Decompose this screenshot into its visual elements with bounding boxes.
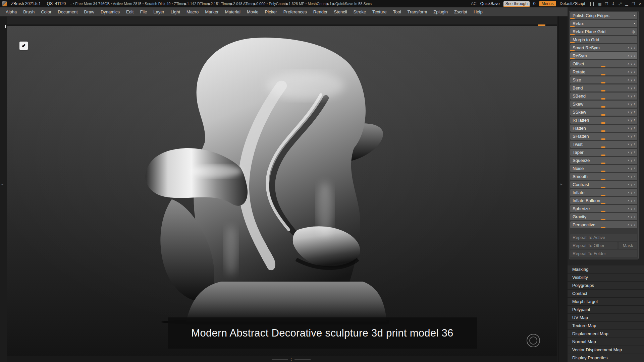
menu-color[interactable]: Color (38, 8, 54, 15)
slider-handle[interactable] (601, 211, 605, 212)
menu-brush[interactable]: Brush (20, 8, 38, 15)
menu-zplugin[interactable]: Zplugin (430, 8, 451, 15)
scroll-updown-icon[interactable]: ⇕ (611, 2, 615, 6)
axis-selector[interactable]: x y z (628, 61, 636, 67)
horizontal-scroll-thumb[interactable] (538, 24, 545, 26)
pause-icon[interactable]: ❙❙ (589, 2, 595, 6)
menu-tool[interactable]: Tool (390, 8, 404, 15)
section-vector-displacement-map[interactable]: Vector Displacement Map (568, 346, 644, 354)
slider-handle[interactable] (601, 171, 605, 172)
section-display-properties[interactable]: Display Properties (568, 354, 644, 362)
menu-draw[interactable]: Draw (81, 8, 97, 15)
slider-handle[interactable] (601, 155, 605, 156)
close-icon[interactable]: ✕ (638, 2, 642, 6)
axis-selector[interactable]: x y z (628, 165, 636, 172)
deform-button-smart-resym[interactable]: Smart ReSym x y z (570, 44, 637, 51)
deform-slider-offset[interactable]: Offset x y z (570, 60, 637, 67)
slider-handle[interactable] (601, 227, 605, 228)
menu-light[interactable]: Light (168, 8, 183, 15)
slider-handle[interactable] (601, 90, 605, 92)
menu-picker[interactable]: Picker (262, 8, 280, 15)
slider-handle[interactable] (601, 187, 605, 188)
menu-zscript[interactable]: Zscript (451, 8, 470, 15)
menu-macro[interactable]: Macro (183, 8, 202, 15)
section-visibility[interactable]: Visibility (568, 274, 644, 282)
slider-handle[interactable] (601, 82, 605, 83)
menu-alpha[interactable]: Alpha (3, 8, 20, 15)
canvas-scroll-widget[interactable]: ▲ ▼ (272, 358, 311, 361)
canvas-area[interactable]: ⬇ Modern Abstract Decorative sculpture 3… (7, 16, 557, 356)
slider-handle[interactable] (601, 98, 605, 100)
menu-layer[interactable]: Layer (150, 8, 167, 15)
layout-grid-icon[interactable]: ▦ (598, 2, 602, 6)
deform-slider-inflate[interactable]: Inflate x y z (570, 189, 637, 196)
menu-material[interactable]: Material (222, 8, 244, 15)
axis-selector[interactable]: x y z (628, 125, 636, 131)
repeat-to-other-button[interactable]: Repeat To Other (570, 242, 618, 249)
scroll-bar-left[interactable] (272, 359, 288, 360)
deform-slider-sflatten[interactable]: SFlatten x y z (570, 133, 637, 140)
menu-stencil[interactable]: Stencil (331, 8, 350, 15)
axis-selector[interactable]: x y z (628, 189, 636, 196)
see-through-slider[interactable]: See-through (503, 1, 530, 6)
deform-slider-bend[interactable]: Bend x y z (570, 84, 637, 92)
axis-selector[interactable]: x y z (628, 157, 636, 164)
section-uv-map[interactable]: UV Map (568, 314, 644, 322)
axis-selector[interactable]: x y z (628, 214, 636, 220)
document-drop-icon[interactable]: ⬇ (19, 42, 28, 50)
menu-document[interactable]: Document (55, 8, 80, 15)
deform-slider-perspective[interactable]: Perspective x y z (570, 221, 637, 228)
slider-handle[interactable] (601, 130, 605, 132)
horizontal-scroll-track[interactable] (7, 24, 557, 26)
axis-selector[interactable]: x y z (628, 53, 636, 59)
deform-slider-skew[interactable]: Skew x y z (570, 101, 637, 108)
default-zscript-button[interactable]: DefaultZScript (560, 1, 585, 6)
axis-selector[interactable]: x y z (628, 93, 636, 99)
axis-selector[interactable]: x y z (628, 101, 636, 107)
deform-slider-sskew[interactable]: SSkew x y z (570, 109, 637, 116)
deform-slider-squeeze[interactable]: Squeeze x y z (570, 157, 637, 164)
repeat-to-active-button[interactable]: Repeat To Active (570, 234, 637, 241)
axis-selector[interactable]: x y z (628, 181, 636, 188)
axis-selector[interactable]: x y z (628, 85, 636, 91)
axis-selector[interactable]: x y z (628, 149, 636, 156)
slider-handle[interactable] (601, 138, 605, 140)
deform-slider-flatten[interactable]: Flatten x y z (570, 125, 637, 132)
deform-slider-spherize[interactable]: Spherize x y z (570, 205, 637, 212)
deform-slider-smooth[interactable]: Smooth x y z (570, 173, 637, 180)
slider-handle[interactable] (601, 163, 605, 164)
menus-toggle-button[interactable]: Menus (539, 1, 556, 6)
section-normal-map[interactable]: Normal Map (568, 338, 644, 346)
deform-slider-noise[interactable]: Noise x y z (570, 165, 637, 172)
axis-selector[interactable]: x y z (628, 133, 636, 139)
section-displacement-map[interactable]: Displacement Map (568, 330, 644, 338)
section-texture-map[interactable]: Texture Map (568, 322, 644, 330)
viewport[interactable]: ⬇ Modern Abstract Decorative sculpture 3… (7, 26, 557, 356)
scroll-down-icon[interactable]: ▼ (290, 360, 292, 361)
menu-preferences[interactable]: Preferences (280, 8, 310, 15)
slider-handle[interactable] (601, 203, 605, 204)
axis-selector[interactable]: x y z (628, 45, 636, 51)
menu-help[interactable]: Help (471, 8, 486, 15)
slider-handle[interactable] (601, 106, 605, 108)
deform-slider-sbend[interactable]: SBend x y z (570, 93, 637, 100)
vertical-scroll-track[interactable] (558, 16, 559, 362)
axis-selector[interactable]: x y z (628, 197, 636, 204)
slider-handle[interactable] (601, 122, 605, 124)
deform-slider-contrast[interactable]: Contrast x y z (570, 181, 637, 188)
scroll-right-icon[interactable]: ▸ (560, 182, 562, 186)
axis-selector[interactable]: x y z (628, 141, 636, 147)
repeat-to-folder-button[interactable]: Repeat To Folder (570, 250, 637, 257)
scroll-left-icon[interactable]: ◂ (1, 182, 3, 186)
section-polygroups[interactable]: Polygroups (568, 282, 644, 290)
section-polypaint[interactable]: Polypaint (568, 306, 644, 314)
slider-handle[interactable] (601, 146, 605, 148)
windows-icon[interactable]: ❐ (605, 2, 608, 6)
mask-button[interactable]: Mask (619, 242, 637, 249)
sculpture-3d-model[interactable] (131, 36, 389, 324)
deform-button-polish-crisp-edges[interactable]: Polish Crisp Edges ● (570, 12, 637, 19)
axis-selector[interactable]: x y z (628, 109, 636, 115)
deform-slider-size[interactable]: Size x y z (570, 76, 637, 83)
axis-selector[interactable]: x y z (628, 173, 636, 180)
quicksave-button[interactable]: QuickSave (480, 1, 500, 6)
